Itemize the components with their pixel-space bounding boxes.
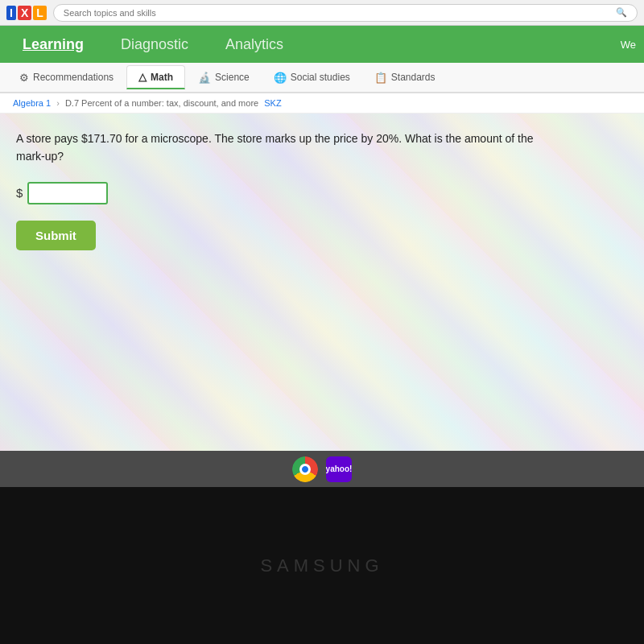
tab-standards-label: Standards — [391, 72, 436, 83]
science-icon: 🔬 — [198, 72, 211, 84]
browser-toolbar: I X L 🔍 — [0, 0, 644, 26]
yahoo-icon-taskbar[interactable]: yahoo! — [326, 456, 352, 482]
samsung-label: SAMSUNG — [260, 555, 383, 576]
tab-math[interactable]: △ Math — [126, 65, 185, 89]
subject-tabs: ⚙ Recommendations △ Math 🔬 Science 🌐 Soc… — [0, 63, 644, 93]
nav-learning[interactable]: Learning — [16, 33, 90, 56]
social-studies-icon: 🌐 — [274, 72, 287, 84]
search-input[interactable] — [64, 8, 613, 18]
breadcrumb-separator: › — [56, 98, 60, 108]
chrome-icon-taskbar[interactable] — [292, 456, 318, 482]
tab-science-label: Science — [215, 72, 250, 83]
breadcrumb-current: D.7 Percent of a number: tax, discount, … — [65, 98, 258, 108]
breadcrumb: Algebra 1 › D.7 Percent of a number: tax… — [0, 93, 644, 114]
answer-row: $ — [16, 182, 628, 204]
breadcrumb-tag: SKZ — [264, 98, 281, 108]
nav-diagnostic[interactable]: Diagnostic — [114, 33, 195, 56]
logo-i: I — [6, 6, 16, 20]
search-icon: 🔍 — [616, 7, 627, 18]
chrome-icon — [292, 456, 318, 482]
dollar-sign: $ — [16, 186, 23, 200]
tab-math-label: Math — [151, 72, 173, 83]
monitor-bottom: SAMSUNG — [0, 487, 644, 644]
chrome-inner — [299, 464, 311, 475]
submit-button[interactable]: Submit — [16, 221, 96, 250]
taskbar: yahoo! — [0, 451, 644, 487]
tab-social-studies[interactable]: 🌐 Social studies — [262, 67, 361, 89]
screen: I X L 🔍 Learning Diagnostic Analytics We… — [0, 0, 644, 451]
search-bar[interactable]: 🔍 — [53, 4, 638, 22]
logo-l: L — [33, 6, 47, 20]
main-content: A store pays $171.70 for a microscope. T… — [0, 114, 644, 355]
tab-science[interactable]: 🔬 Science — [187, 67, 261, 89]
tab-social-studies-label: Social studies — [291, 72, 350, 83]
tab-recommendations[interactable]: ⚙ Recommendations — [8, 67, 125, 89]
breadcrumb-parent[interactable]: Algebra 1 — [13, 98, 51, 108]
tab-recommendations-label: Recommendations — [33, 72, 114, 83]
tab-standards[interactable]: 📋 Standards — [363, 67, 447, 89]
question-text: A store pays $171.70 for a microscope. T… — [16, 130, 564, 166]
logo-x: X — [18, 6, 31, 20]
math-icon: △ — [138, 71, 147, 83]
nav-bar: Learning Diagnostic Analytics We — [0, 26, 644, 63]
nav-analytics[interactable]: Analytics — [219, 33, 290, 56]
ixl-logo: I X L — [6, 6, 47, 20]
answer-input[interactable] — [27, 182, 108, 204]
recommendations-icon: ⚙ — [19, 72, 29, 84]
standards-icon: 📋 — [374, 72, 387, 84]
user-icon: We — [621, 39, 636, 51]
